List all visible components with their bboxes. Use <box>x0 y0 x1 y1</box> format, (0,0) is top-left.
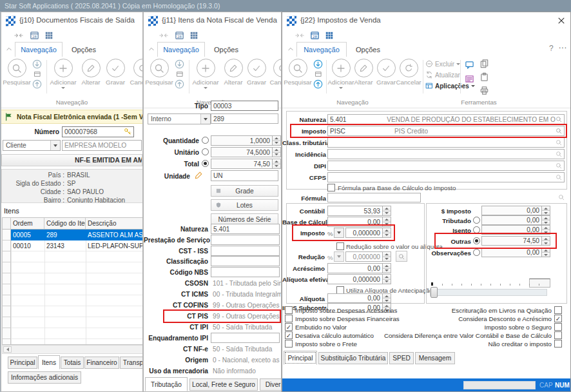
calendar-icon[interactable]: 28 <box>30 30 39 40</box>
tab-opcoes[interactable]: Opções <box>208 42 245 57</box>
natureza-input[interactable]: 5.401 <box>211 224 280 234</box>
cfps-input[interactable] <box>327 172 565 182</box>
navigate-down-icon[interactable] <box>32 59 42 69</box>
tab-sped[interactable]: SPED <box>389 352 414 364</box>
despesas-acessorias-checkbox[interactable] <box>285 306 293 314</box>
tributado-spinner[interactable] <box>542 215 550 225</box>
observacoes-spinner[interactable] <box>542 248 550 257</box>
formula-input[interactable] <box>327 193 421 202</box>
desativa-calculo-checkbox[interactable] <box>285 331 293 339</box>
quantidade-input[interactable]: 1,0000 <box>211 135 273 146</box>
lookup-icon[interactable] <box>556 139 562 146</box>
class-tributaria-input[interactable] <box>327 137 565 148</box>
lookup-icon[interactable] <box>556 151 562 157</box>
total-radio[interactable] <box>202 160 209 167</box>
quantidade-radio[interactable] <box>202 137 209 144</box>
despesas-financeiras-checkbox[interactable] <box>285 315 293 322</box>
table-row[interactable]: 00010 23143 LED-PLAFON-SUPIMP <box>11 240 143 251</box>
lookup-icon[interactable] <box>558 194 565 201</box>
gravar-button[interactable]: Gravar <box>244 59 269 86</box>
cancelar-button[interactable]: Cancelar <box>396 59 421 86</box>
imposto-seguro-checkbox[interactable] <box>554 323 562 331</box>
tab-navegacao[interactable]: Navegação <box>157 42 205 57</box>
tab-transporte[interactable]: Transpor <box>120 357 143 369</box>
navigate-up-icon[interactable] <box>175 79 184 89</box>
tab-financeiro[interactable]: Financeiro <box>84 357 119 369</box>
window-preview-icon[interactable] <box>34 70 41 78</box>
gravar-button[interactable]: Gravar <box>373 59 399 86</box>
reducao-checkbox[interactable] <box>336 242 344 250</box>
cst-iss-input[interactable] <box>211 246 280 256</box>
codigo-item-input[interactable]: 289 <box>211 113 278 124</box>
dipi-input[interactable] <box>327 161 565 171</box>
outras-radio[interactable] <box>473 237 480 244</box>
unidade-input[interactable]: UN <box>211 170 278 181</box>
classificacao-input[interactable] <box>211 256 280 266</box>
incidencia-input[interactable] <box>327 149 565 159</box>
tab-mensagem[interactable]: Mensagem <box>415 352 455 364</box>
imposto-pct-input[interactable]: 0,000000 <box>345 228 383 238</box>
tributado-input[interactable]: 0,00 <box>481 215 542 225</box>
pesquisar-button[interactable]: Pesquisar <box>3 59 31 86</box>
aliquota-spinner[interactable] <box>383 293 391 303</box>
base-calculo-spinner[interactable] <box>383 217 391 227</box>
unitario-spinner[interactable] <box>273 147 281 157</box>
list-icon[interactable] <box>465 74 474 84</box>
navigate-down-icon[interactable] <box>175 59 184 69</box>
adicionar-button[interactable]: Adicionar <box>48 59 79 89</box>
aliquota-input[interactable]: 0,00 <box>327 293 383 303</box>
tab-totais[interactable]: Totais <box>61 357 84 369</box>
lookup-icon[interactable] <box>556 116 562 122</box>
outras-input[interactable]: 74,50 <box>481 236 542 246</box>
observacoes-radio[interactable] <box>473 249 480 256</box>
close-icon[interactable] <box>557 16 566 25</box>
col-header-ordem[interactable]: Ordem <box>11 218 44 230</box>
enquadramento-ipi-input[interactable] <box>211 333 280 343</box>
natureza-input[interactable]: 5.401VENDA DE PRODUÇÃO DO ESTABELECIMENT… <box>327 114 565 124</box>
tab-diversos[interactable]: Diverso <box>260 378 282 391</box>
tab-tributacao[interactable]: Tributação <box>145 377 188 391</box>
lookup-icon[interactable] <box>556 162 562 169</box>
more-icon[interactable]: ... <box>559 41 567 50</box>
grade-button[interactable]: Grade <box>211 185 278 197</box>
imposto-frete-checkbox[interactable] <box>285 340 293 348</box>
diferenca-contabil-checkbox[interactable] <box>554 331 562 339</box>
window-preview-icon[interactable] <box>315 70 322 78</box>
tab-principal[interactable]: Principal <box>284 351 317 365</box>
cliente-input[interactable]: EMPRESA MODELO <box>62 140 142 151</box>
pesquisar-button[interactable]: Pesquisar <box>145 59 173 86</box>
pencil-icon[interactable] <box>194 171 203 180</box>
acrescimo-spinner[interactable] <box>383 263 391 273</box>
compress-icon[interactable] <box>14 31 23 40</box>
contabil-spinner[interactable] <box>383 206 391 216</box>
pesquisar-button[interactable]: Pesquisar <box>284 59 312 86</box>
reducao-input[interactable]: 0,000000 <box>345 251 383 262</box>
itens-table[interactable]: Ordem Código do Item Descrição 00005 289… <box>2 217 143 345</box>
total-spinner[interactable] <box>273 159 281 169</box>
imposto-valor-input[interactable]: 0,00 <box>481 206 542 215</box>
key-icon[interactable] <box>124 128 131 135</box>
paste-icon[interactable] <box>479 72 489 82</box>
collapse-ribbon-icon[interactable] <box>6 46 12 52</box>
cancelar-button[interactable]: Cancelar <box>267 59 282 86</box>
collapse-ribbon-icon[interactable] <box>148 46 155 52</box>
isento-spinner[interactable] <box>542 225 550 235</box>
navigate-up-icon[interactable] <box>313 79 323 89</box>
prestacao-servico-input[interactable] <box>211 235 280 245</box>
cancelar-button[interactable]: Cancelar <box>128 59 143 86</box>
embutido-valor-checkbox[interactable] <box>285 323 293 331</box>
unitario-input[interactable]: 74,5000 <box>211 147 273 157</box>
quantidade-spinner[interactable] <box>273 135 281 146</box>
calendar-icon[interactable]: 28 <box>175 30 184 40</box>
tributado-radio[interactable] <box>473 217 480 224</box>
slider-track[interactable] <box>430 289 547 296</box>
contabil-input[interactable]: 53,93 <box>327 206 383 216</box>
imposto-input[interactable]: PISCPIS Credito <box>327 126 565 136</box>
gravar-button[interactable]: Gravar <box>103 59 128 86</box>
window-preview-icon[interactable] <box>176 70 184 78</box>
lotes-button[interactable]: Lotes <box>211 199 278 211</box>
tab-navegacao[interactable]: Navegação <box>296 42 347 57</box>
compress-icon[interactable] <box>295 31 304 40</box>
keypad-icon[interactable] <box>189 31 198 40</box>
print-icon[interactable] <box>479 86 489 95</box>
